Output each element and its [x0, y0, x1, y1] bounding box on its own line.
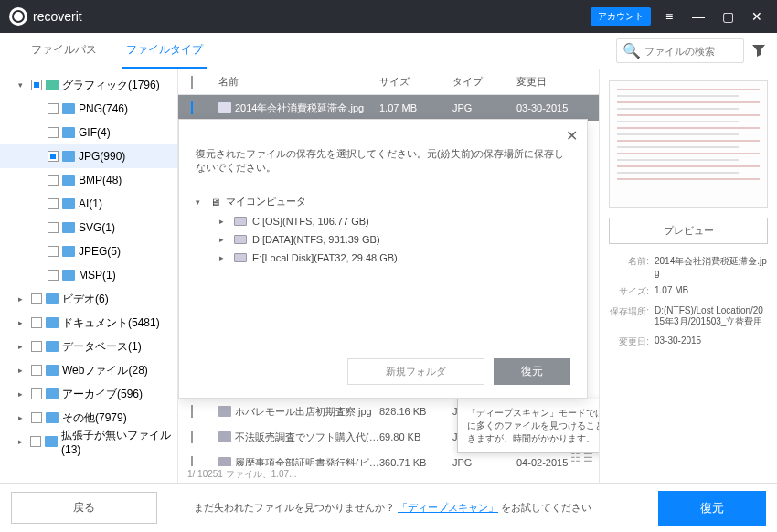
disk-icon: [234, 253, 247, 262]
location-root[interactable]: ▾🖥マイコンピュータ: [196, 191, 570, 212]
sidebar-item[interactable]: ▸ドキュメント(5481): [0, 311, 177, 335]
close-icon[interactable]: ✕: [746, 5, 768, 27]
select-all-checkbox[interactable]: [191, 76, 193, 89]
restore-button[interactable]: 復元: [658, 491, 766, 526]
folder-icon: [46, 293, 59, 304]
new-folder-input[interactable]: 新規フォルダ: [347, 358, 484, 385]
row-checkbox[interactable]: [191, 101, 193, 114]
sidebar-item-label: SVG(1): [79, 221, 115, 234]
file-name: 2014年会社消費税延滞金.jpg: [235, 101, 364, 115]
sidebar-item-label: JPEG(5): [79, 245, 121, 258]
account-badge[interactable]: アカウント: [591, 7, 651, 26]
chevron-icon[interactable]: ▸: [18, 294, 27, 303]
filter-icon[interactable]: [751, 43, 768, 59]
row-checkbox[interactable]: [191, 456, 193, 466]
deep-scan-link[interactable]: 「ディープスキャン」: [398, 502, 498, 513]
file-type: JPG: [452, 102, 516, 113]
maximize-icon[interactable]: ▢: [717, 5, 739, 27]
sidebar-item-label: ドキュメント(5481): [62, 315, 160, 331]
chevron-icon[interactable]: ▸: [18, 366, 27, 375]
sidebar-item[interactable]: MSP(1): [0, 263, 177, 287]
checkbox[interactable]: [31, 412, 42, 423]
sidebar-item-label: AI(1): [79, 197, 102, 210]
checkbox[interactable]: [30, 436, 41, 447]
minimize-icon[interactable]: —: [687, 5, 709, 27]
checkbox[interactable]: [31, 317, 42, 328]
title-bar: recoverit アカウント ≡ — ▢ ✕: [0, 0, 777, 33]
table-row[interactable]: 2014年会社消費税延滞金.jpg1.07 MBJPG03-30-2015: [178, 95, 599, 121]
checkbox[interactable]: [31, 80, 42, 90]
modal-restore-button[interactable]: 復元: [494, 358, 570, 385]
checkbox[interactable]: [31, 365, 42, 376]
tab-file-path[interactable]: ファイルパス: [27, 33, 101, 69]
logo-icon: [9, 7, 27, 26]
chevron-icon[interactable]: ▸: [18, 342, 27, 351]
checkbox[interactable]: [48, 175, 59, 186]
sidebar-item[interactable]: JPEG(5): [0, 239, 177, 263]
modal-close-icon[interactable]: ✕: [566, 127, 578, 144]
search-box[interactable]: 🔍: [616, 38, 744, 63]
sidebar: ▾グラフィック(1796)PNG(746)GIF(4)JPG(990)BMP(4…: [0, 69, 178, 483]
col-size[interactable]: サイズ: [379, 75, 452, 89]
sidebar-item[interactable]: BMP(48): [0, 168, 177, 192]
back-button[interactable]: 戻る: [11, 492, 157, 524]
sidebar-item[interactable]: ▸Webファイル(28): [0, 358, 177, 382]
checkbox[interactable]: [48, 103, 59, 114]
col-type[interactable]: タイプ: [452, 75, 516, 89]
chevron-icon[interactable]: ▸: [18, 437, 27, 446]
footer: 戻る まだ失われたファイルを見つかりませんか？ 「ディープスキャン」 をお試して…: [0, 483, 777, 532]
status-line: 1/ 10251 ファイル、1.07...: [178, 466, 599, 483]
row-checkbox[interactable]: [191, 431, 193, 443]
sidebar-item[interactable]: ▸データベース(1): [0, 335, 177, 358]
sidebar-item[interactable]: PNG(746): [0, 97, 177, 121]
sidebar-item[interactable]: GIF(4): [0, 121, 177, 144]
sidebar-item-label: アーカイブ(596): [62, 387, 143, 402]
sidebar-item[interactable]: SVG(1): [0, 216, 177, 239]
sidebar-item-label: グラフィック(1796): [62, 78, 160, 93]
folder-icon: [46, 365, 59, 376]
checkbox[interactable]: [48, 151, 59, 162]
sidebar-item[interactable]: ▸その他(7979): [0, 406, 177, 430]
row-checkbox[interactable]: [191, 405, 193, 418]
sidebar-item[interactable]: ▸アーカイブ(596): [0, 382, 177, 406]
checkbox[interactable]: [31, 341, 42, 352]
checkbox[interactable]: [48, 246, 59, 257]
chevron-icon[interactable]: ▸: [18, 389, 27, 399]
modal-message: 復元されたファイルの保存先を選択してください。元(紛失前)の保存場所に保存しない…: [196, 147, 570, 175]
folder-icon: [62, 270, 75, 281]
sidebar-item[interactable]: ▸ビデオ(6): [0, 287, 177, 311]
preview-button[interactable]: プレビュー: [609, 218, 768, 244]
col-name[interactable]: 名前: [215, 75, 379, 89]
view-mode-icons[interactable]: ☷ ☰: [570, 452, 593, 464]
checkbox[interactable]: [48, 127, 59, 138]
checkbox[interactable]: [31, 293, 42, 304]
meta-date-value: 03-30-2015: [655, 335, 701, 348]
chevron-icon[interactable]: ▸: [18, 413, 27, 422]
meta-location-value: D:(NTFS)/Lost Location/2015年3月/201503_立替…: [655, 305, 768, 328]
sidebar-item[interactable]: ▸拡張子が無いファイル(13): [0, 430, 177, 453]
drive-item[interactable]: ▸E:[Local Disk](FAT32, 29.48 GB): [196, 249, 570, 267]
file-name: 不法販売調査でソフト購入代(Yahooオー...: [235, 431, 379, 444]
checkbox[interactable]: [31, 388, 42, 399]
drive-item[interactable]: ▸D:[DATA](NTFS, 931.39 GB): [196, 230, 570, 249]
folder-icon: [62, 198, 75, 209]
tab-file-type[interactable]: ファイルタイプ: [122, 33, 207, 69]
sidebar-item[interactable]: ▾グラフィック(1796): [0, 73, 177, 97]
chevron-icon[interactable]: ▾: [18, 80, 27, 90]
menu-icon[interactable]: ≡: [658, 5, 680, 27]
file-icon: [218, 457, 231, 466]
checkbox[interactable]: [48, 222, 59, 233]
chevron-icon[interactable]: ▸: [18, 318, 27, 327]
meta-size-label: サイズ:: [609, 285, 655, 298]
search-input[interactable]: [644, 46, 738, 57]
col-date[interactable]: 変更日: [516, 75, 599, 89]
file-date: 03-30-2015: [516, 102, 599, 113]
checkbox[interactable]: [48, 270, 59, 281]
checkbox[interactable]: [48, 198, 59, 209]
drive-item[interactable]: ▸C:[OS](NTFS, 106.77 GB): [196, 212, 570, 230]
folder-icon: [62, 127, 75, 138]
computer-icon: 🖥: [210, 197, 220, 207]
sidebar-item[interactable]: AI(1): [0, 192, 177, 216]
sidebar-item[interactable]: JPG(990): [0, 144, 177, 168]
sidebar-item-label: データベース(1): [62, 339, 142, 355]
